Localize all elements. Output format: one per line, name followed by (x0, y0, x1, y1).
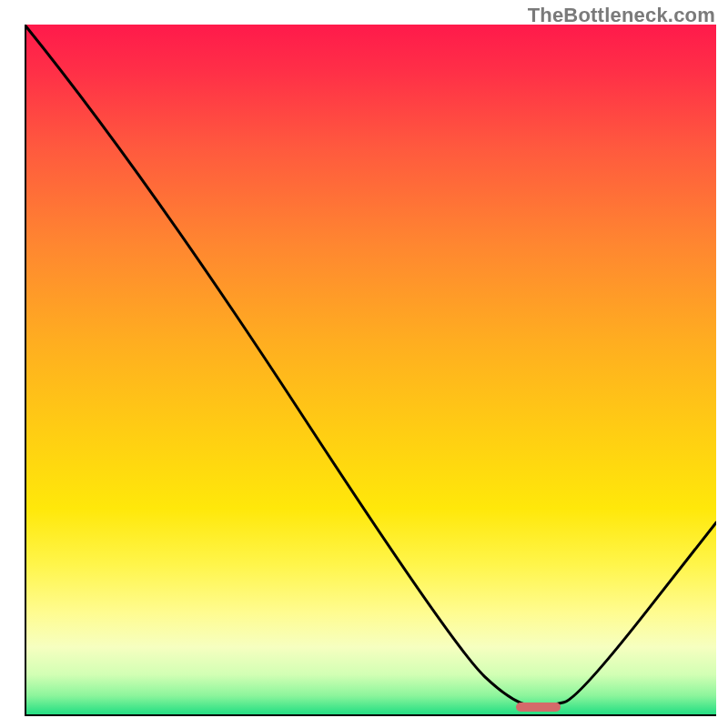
bottleneck-chart: TheBottleneck.com (0, 0, 728, 728)
plot-area (25, 25, 716, 716)
axes (25, 25, 716, 716)
